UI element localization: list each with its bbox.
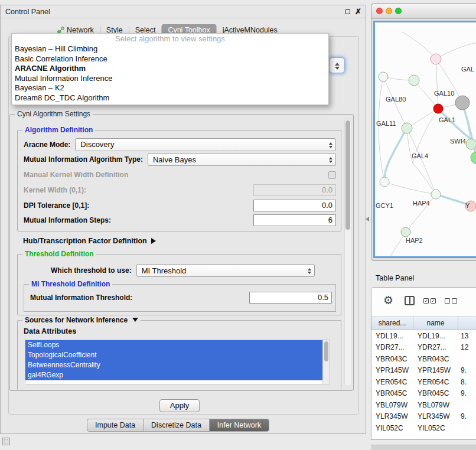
dpi-tolerance-field[interactable]: 0.0	[253, 200, 336, 211]
dropdown-option[interactable]: Dream8 DC_TDC Algorithm	[12, 93, 328, 103]
table-row[interactable]: YBR043CYBR043C	[371, 353, 476, 365]
scrollbar-thumb[interactable]	[324, 341, 328, 361]
combo-value: Discovery	[80, 140, 114, 149]
data-attributes-list[interactable]: SelfLoops TopologicalCoefficient Between…	[25, 340, 330, 384]
dropdown-option[interactable]: Mutual Information Inference	[12, 74, 328, 84]
control-panel-titlebar[interactable]: Control Panel ✗	[1, 5, 366, 18]
column-header-name[interactable]: name	[413, 317, 458, 330]
checked-box-icon: ✓	[431, 298, 436, 304]
list-item[interactable]: SelfLoops	[25, 340, 322, 350]
table-row[interactable]: YPR145WYPR145W9.	[371, 365, 476, 377]
network-node[interactable]	[431, 190, 441, 199]
tab-infer-network[interactable]: Infer Network	[209, 419, 269, 432]
column-header-shared-name[interactable]: shared...	[371, 317, 413, 330]
cell: YBL079W	[371, 401, 413, 409]
minimize-traffic-light[interactable]	[386, 8, 392, 14]
mi-steps-field[interactable]: 6	[253, 214, 336, 226]
mi-threshold-field[interactable]: 0.5	[249, 292, 332, 304]
table-row[interactable]: YDR27...YDR27...12	[371, 342, 476, 354]
columns-icon[interactable]	[405, 296, 415, 305]
network-edge[interactable]	[384, 128, 407, 182]
window-title: Control Panel	[5, 8, 50, 16]
network-node[interactable]	[466, 139, 476, 149]
scrollbar-thumb[interactable]	[345, 120, 350, 230]
cell: YDL19...	[371, 332, 413, 340]
node-label: SWI4	[450, 138, 466, 145]
list-item[interactable]: gal4RGexp	[25, 370, 322, 380]
apply-button[interactable]: Apply	[159, 399, 200, 412]
column-header-extra[interactable]	[458, 317, 476, 330]
network-edge[interactable]	[436, 59, 438, 109]
network-edge[interactable]	[379, 77, 384, 182]
table-row[interactable]: YBR045CYBR045C9.	[371, 388, 476, 400]
tab-discretize-data[interactable]: Discretize Data	[143, 419, 210, 432]
table-body: YDL19...YDL19...13 YDR27...YDR27...12 YB…	[371, 330, 476, 439]
table-row[interactable]: YER054CYER054C8.	[371, 376, 476, 388]
network-edge[interactable]	[462, 103, 476, 158]
network-node[interactable]	[380, 177, 389, 187]
manual-kernel-checkbox[interactable]	[328, 171, 336, 179]
cell: 13	[458, 332, 476, 340]
network-node-gal10[interactable]	[455, 96, 470, 110]
select-all-checkboxes-icon[interactable]: ✓ ✓	[423, 298, 436, 304]
collapse-arrow-icon	[132, 318, 138, 325]
network-window-titlebar[interactable]	[371, 4, 476, 19]
dropdown-option[interactable]: Bayesian – K2	[12, 83, 328, 93]
dropdown-option-aracne[interactable]: ARACNE Algorithm	[12, 64, 328, 74]
network-canvas[interactable]: GAL80 GAL10 GAL11 GAL1 SWI4 GAL4 GCY1 HA…	[373, 21, 476, 258]
network-edge[interactable]	[382, 232, 406, 258]
zoom-traffic-light[interactable]	[395, 8, 402, 14]
splitter-collapse-arrow[interactable]	[363, 217, 369, 221]
list-scrollbar[interactable]	[322, 340, 330, 384]
network-edge[interactable]	[402, 32, 436, 59]
network-node[interactable]	[379, 72, 388, 81]
cell: 12	[458, 343, 476, 351]
kernel-width-field[interactable]: 0.0	[253, 184, 336, 196]
cell: 9.	[458, 366, 476, 374]
hub-definition-toggle[interactable]: Hub/Transcription Factor Definition	[23, 237, 159, 245]
settings-scrollbar[interactable]	[344, 119, 351, 387]
list-item[interactable]: TopologicalCoefficient	[25, 350, 322, 360]
table-row[interactable]: YIL052CYIL052C	[371, 422, 476, 434]
algorithm-definition-form: Aracne Mode: Discovery Mutual Informatio…	[24, 138, 336, 227]
network-node[interactable]	[409, 75, 419, 86]
dropdown-option[interactable]: Basic Correlation Inference	[12, 54, 328, 64]
network-node-red[interactable]	[433, 104, 443, 113]
list-item[interactable]: BetweennessCentrality	[25, 360, 322, 370]
network-node[interactable]	[471, 152, 476, 164]
minimized-panel-icon[interactable]	[2, 438, 10, 445]
unchecked-box-icon	[452, 298, 457, 304]
network-edge[interactable]	[413, 163, 436, 194]
float-window-icon[interactable]	[345, 9, 350, 14]
deselect-all-checkboxes-icon[interactable]	[445, 298, 457, 304]
algorithm-combo-button[interactable]	[329, 57, 345, 73]
network-node[interactable]	[402, 123, 412, 133]
table-row[interactable]: YDL19...YDL19...13	[371, 330, 476, 342]
sources-toggle[interactable]: Sources for Network Inference	[22, 316, 141, 325]
unchecked-box-icon	[445, 298, 450, 304]
network-graph: GAL80 GAL10 GAL11 GAL1 SWI4 GAL4 GCY1 HA…	[375, 22, 476, 258]
tab-impute-data[interactable]: Impute Data	[87, 419, 144, 432]
group-title: Algorithm Definition	[22, 126, 95, 134]
which-threshold-select[interactable]: MI Threshold	[136, 264, 315, 277]
node-label: GAL80	[386, 96, 406, 103]
manual-kernel-row: Manual Kernel Width Definition	[24, 168, 336, 182]
network-edge[interactable]	[436, 43, 476, 59]
table-row[interactable]: YLR345WYLR345W9.	[371, 411, 476, 423]
close-traffic-light[interactable]	[376, 8, 383, 14]
aracne-mode-row: Aracne Mode: Discovery	[24, 138, 336, 151]
which-threshold-row: Which threshold to use: MI Threshold	[51, 264, 315, 277]
cell: YER054C	[371, 378, 413, 386]
mi-type-select[interactable]: Naive Bayes	[148, 153, 336, 166]
cell: YDR27...	[371, 343, 413, 351]
network-node[interactable]	[401, 227, 410, 237]
network-edge[interactable]	[407, 128, 436, 194]
close-window-icon[interactable]: ✗	[355, 7, 361, 16]
aracne-mode-select[interactable]: Discovery	[75, 138, 336, 151]
network-edge[interactable]	[384, 182, 436, 194]
node-label: Y	[465, 202, 470, 209]
dropdown-option[interactable]: Bayesian – Hill Climbing	[12, 44, 328, 54]
table-row[interactable]: YBL079WYBL079W	[371, 399, 476, 411]
network-node[interactable]	[431, 54, 441, 64]
gear-icon[interactable]: ⚙	[383, 294, 393, 307]
